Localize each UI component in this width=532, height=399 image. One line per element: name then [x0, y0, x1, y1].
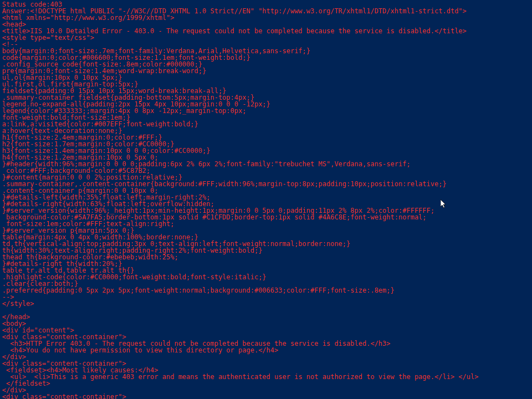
- output-line: <style type="text/css">: [2, 34, 530, 41]
- output-line: <div class="content-container">: [2, 393, 530, 399]
- output-line: </head>: [2, 314, 530, 320]
- output-line: <html xmlns="http://www.w3.org/1999/xhtm…: [2, 14, 530, 21]
- output-line: </style>: [2, 300, 530, 307]
- output-line: <h4>You do not have permission to view t…: [2, 347, 530, 354]
- terminal-output: Status code:403Answer:<!DOCTYPE html PUB…: [0, 0, 532, 399]
- output-line: -->: [2, 294, 530, 300]
- output-line: .highlight-code{color:#CC0000;font-weigh…: [2, 274, 530, 280]
- output-line: <ul> <li>This is a generic 403 error and…: [2, 374, 530, 380]
- output-line: <body>: [2, 320, 530, 327]
- output-line: [2, 307, 530, 314]
- output-line: </fieldset>: [2, 380, 530, 387]
- output-line: .preferred{padding:0 5px 2px 5px;font-we…: [2, 287, 530, 294]
